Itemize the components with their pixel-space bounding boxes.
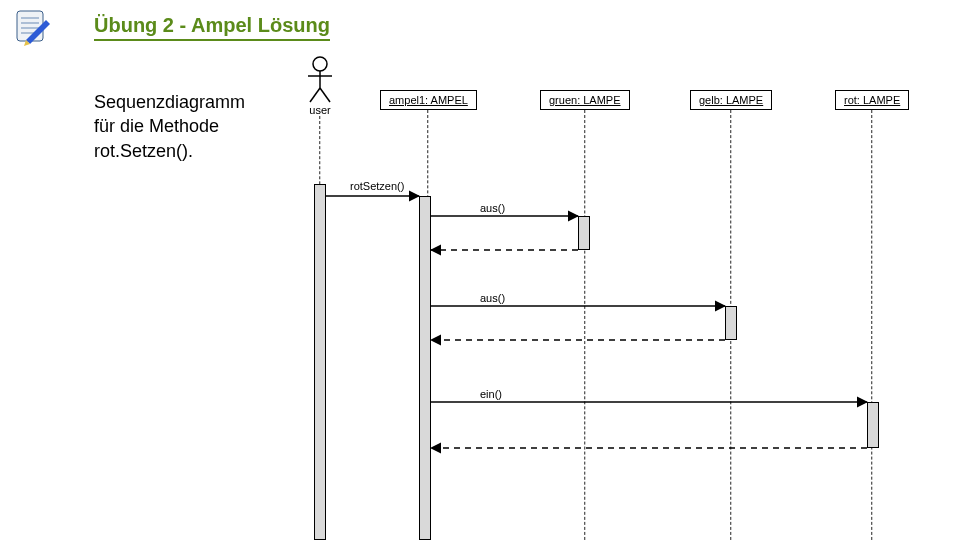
msg-aus-gruen: aus() bbox=[480, 202, 505, 214]
note-icon bbox=[12, 6, 52, 50]
description: Sequenzdiagramm für die Methode rot.Setz… bbox=[94, 90, 245, 163]
msg-rotsetzen: rotSetzen() bbox=[350, 180, 404, 192]
page-title: Übung 2 - Ampel Lösung bbox=[94, 14, 330, 41]
message-arrows bbox=[280, 56, 960, 540]
sequence-diagram: user ampel1: AMPEL gruen: LAMPE gelb: LA… bbox=[280, 56, 960, 540]
msg-ein-rot: ein() bbox=[480, 388, 502, 400]
msg-aus-gelb: aus() bbox=[480, 292, 505, 304]
